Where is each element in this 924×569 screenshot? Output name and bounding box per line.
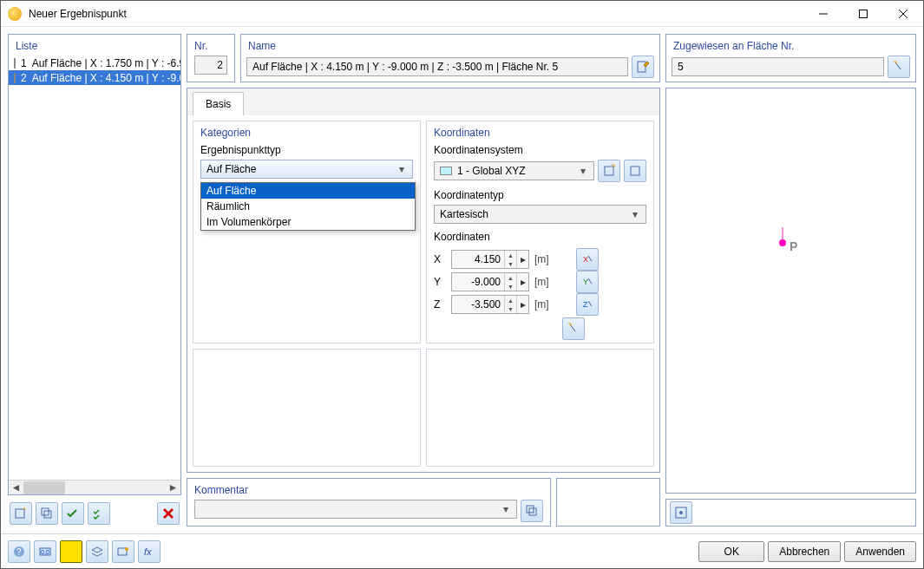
color-button[interactable] [60, 540, 82, 563]
tab-basis[interactable]: Basis [193, 92, 244, 115]
edit-system-button[interactable] [624, 160, 646, 182]
nr-input[interactable] [194, 56, 227, 75]
axis-label: X [434, 253, 446, 265]
function-button[interactable]: fx [138, 540, 161, 563]
pick-z-button[interactable]: Z [576, 293, 599, 316]
ok-button[interactable]: OK [698, 541, 764, 562]
color-swatch [440, 167, 452, 175]
z-input[interactable]: ▲▼ ▸ [451, 295, 529, 314]
dropdown-option[interactable]: Räumlich [201, 199, 415, 214]
units-button[interactable]: 0,0 [34, 540, 56, 563]
list-item[interactable]: 2 Auf Fläche | X : 4.150 m | Y : -9.00 [9, 70, 180, 85]
maximize-button[interactable] [843, 1, 883, 27]
list-item-number: 1 [21, 57, 27, 69]
spin-up-icon[interactable]: ▲ [504, 273, 516, 282]
spin-down-icon[interactable]: ▼ [504, 304, 516, 313]
color-swatch [14, 73, 16, 83]
tabs: Basis [187, 88, 660, 115]
name-head: Name [241, 35, 659, 56]
liste-body[interactable]: 1 Auf Fläche | X : 1.750 m | Y : -6.90 2… [9, 56, 180, 480]
dropdown-option[interactable]: Auf Fläche [201, 183, 415, 199]
ergebnispunkttyp-value: Auf Fläche [206, 163, 396, 175]
ergebnispunkttyp-label: Ergebnispunkttyp [193, 142, 420, 158]
scroll-right-icon[interactable]: ► [166, 481, 180, 495]
horizontal-scrollbar[interactable]: ◄ ► [9, 480, 180, 494]
ergebnispunkttyp-combo[interactable]: Auf Fläche ▾ [200, 160, 413, 179]
z-value[interactable] [452, 296, 504, 313]
kommentar-combo[interactable]: ▾ [194, 500, 517, 519]
list-item-label: Auf Fläche | X : 4.150 m | Y : -9.00 [32, 72, 180, 84]
layers-button[interactable] [86, 540, 108, 563]
koordinatentyp-label: Koordinatentyp [427, 187, 653, 203]
y-input[interactable]: ▲▼ ▸ [451, 272, 529, 291]
kategorien-head: Kategorien [193, 121, 420, 142]
step-right-icon[interactable]: ▸ [516, 296, 528, 313]
check-all-button[interactable] [88, 502, 110, 525]
step-right-icon[interactable]: ▸ [516, 251, 528, 268]
koordinaten-panel: Koordinaten Koordinatensystem 1 - Global… [426, 121, 654, 343]
svg-rect-15 [527, 506, 534, 513]
pick-surface-button[interactable] [888, 56, 910, 78]
koordinatensystem-combo[interactable]: 1 - Global XYZ ▾ [434, 161, 594, 180]
preview-toolbar [665, 499, 916, 526]
liste-head: Liste [9, 35, 180, 56]
empty-panel [193, 349, 421, 467]
x-input[interactable]: ▲▼ ▸ [451, 250, 529, 269]
copy-item-button[interactable] [36, 502, 58, 525]
koordinatensystem-label: Koordinatensystem [427, 142, 653, 158]
svg-rect-1 [860, 10, 868, 17]
svg-point-24 [125, 547, 128, 551]
list-item[interactable]: 1 Auf Fläche | X : 1.750 m | Y : -6.90 [9, 56, 180, 70]
liste-panel: Liste 1 Auf Fläche | X : 1.750 m | Y : -… [8, 34, 181, 495]
new-item-button[interactable] [10, 502, 32, 525]
list-item-label: Auf Fläche | X : 1.750 m | Y : -6.90 [32, 57, 180, 69]
spin-down-icon[interactable]: ▼ [504, 282, 516, 291]
koordinatentyp-value: Kartesisch [440, 208, 630, 220]
step-right-icon[interactable]: ▸ [516, 273, 528, 291]
name-input[interactable] [246, 57, 628, 76]
y-value[interactable] [452, 273, 504, 291]
spin-down-icon[interactable]: ▼ [504, 259, 516, 268]
spin-up-icon[interactable]: ▲ [504, 296, 516, 304]
window-title: Neuer Ergebnispunkt [29, 8, 127, 20]
nr-panel: Nr. [187, 34, 235, 82]
cancel-button[interactable]: Abbrechen [768, 541, 841, 562]
zugewiesen-head: Zugewiesen an Fläche Nr. [666, 35, 915, 56]
zugewiesen-panel: Zugewiesen an Fläche Nr. [665, 34, 916, 82]
preview-settings-button[interactable] [670, 501, 692, 524]
preview-3d[interactable]: P [665, 88, 916, 494]
scroll-thumb[interactable] [23, 481, 65, 494]
view-button[interactable] [112, 540, 134, 563]
kommentar-head: Kommentar [187, 479, 550, 500]
footer: ? 0,0 fx OK Abbrechen Anwenden [1, 533, 923, 568]
dropdown-option[interactable]: Im Volumenkörper [201, 214, 415, 230]
chevron-down-icon: ▾ [630, 208, 640, 220]
x-value[interactable] [452, 251, 504, 268]
pick-x-button[interactable]: X [576, 248, 599, 271]
svg-text:0,0: 0,0 [41, 549, 49, 555]
point-marker-label: P [790, 239, 797, 253]
close-button[interactable] [883, 1, 923, 27]
kommentar-library-button[interactable] [521, 500, 543, 522]
help-button[interactable]: ? [8, 540, 30, 563]
pick-point-button[interactable] [562, 317, 585, 340]
app-icon [8, 7, 22, 21]
new-system-button[interactable] [598, 160, 620, 182]
name-panel: Name [240, 34, 660, 82]
liste-toolbar [8, 500, 181, 526]
spin-up-icon[interactable]: ▲ [504, 251, 516, 259]
svg-text:?: ? [16, 547, 22, 557]
kategorien-panel: Kategorien Ergebnispunkttyp Auf Fläche ▾… [193, 121, 421, 343]
minimize-button[interactable] [803, 1, 843, 27]
delete-button[interactable] [157, 502, 180, 525]
list-item-number: 2 [21, 72, 27, 84]
zugewiesen-input[interactable] [672, 57, 884, 76]
edit-name-button[interactable] [632, 56, 654, 78]
check-button[interactable] [62, 502, 84, 525]
axis-label: Y [434, 276, 446, 288]
koordinatentyp-combo[interactable]: Kartesisch ▾ [434, 205, 646, 224]
scroll-left-icon[interactable]: ◄ [9, 481, 23, 495]
pick-y-button[interactable]: Y [576, 271, 599, 293]
svg-rect-5 [42, 508, 49, 515]
apply-button[interactable]: Anwenden [844, 541, 916, 562]
